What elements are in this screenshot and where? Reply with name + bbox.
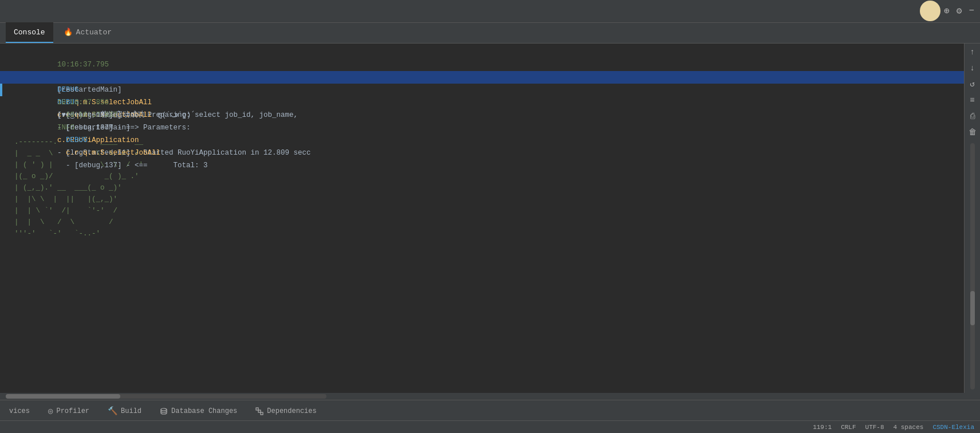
- tabs-bar: Console 🔥 Actuator: [0, 23, 980, 44]
- log-time-3: 10:16:37.837: [66, 111, 122, 119]
- log-level-3: DEBUG: [66, 136, 92, 144]
- svg-rect-2: [258, 410, 261, 412]
- log-time-1: 10:16:37.795: [57, 61, 113, 69]
- log-msg-3: - [debug,137] - <== Total: 3: [66, 162, 208, 170]
- log-line-2[interactable]: 10:16:37.796 [restartedMain] DEBUG c.r.q…: [0, 58, 964, 71]
- right-toolbar: ↑ ↓ ↺ ≡ ⎙ 🗑: [964, 44, 980, 393]
- log-lines: 10:16:37.795 [restartedMain] DEBUG c.r.q…: [0, 44, 964, 244]
- horizontal-scrollbar: [0, 393, 980, 400]
- h-scrollbar-track[interactable]: [6, 394, 326, 399]
- log-line-1[interactable]: 10:16:37.795 [restartedMain] DEBUG c.r.q…: [0, 46, 964, 58]
- tab-console[interactable]: Console: [6, 22, 53, 43]
- bottom-tab-build[interactable]: 🔨 Build: [99, 400, 151, 421]
- svg-rect-3: [261, 412, 263, 415]
- clear-button[interactable]: 🗑: [966, 126, 979, 139]
- bottom-tabs: vices ◎ Profiler 🔨 Build Database Change…: [0, 400, 980, 420]
- status-indent[interactable]: 4 spaces: [894, 424, 924, 431]
- add-tab-icon[interactable]: ⊕: [944, 5, 950, 17]
- main-area: 10:16:37.795 [restartedMain] DEBUG c.r.q…: [0, 44, 980, 393]
- bottom-tab-dependencies[interactable]: Dependencies: [246, 400, 325, 421]
- status-position[interactable]: 119:1: [813, 424, 832, 431]
- tab-actuator[interactable]: 🔥 Actuator: [56, 22, 120, 43]
- log-thread-2: [restartedMain]: [57, 86, 126, 94]
- log-line-3[interactable]: 10:16:37.837 [restartedMain] DEBUG c.r.q…: [0, 71, 964, 84]
- status-bar: 119:1 CRLF UTF-8 4 spaces CSDN-Elexia: [0, 420, 980, 433]
- database-changes-icon: [160, 407, 168, 416]
- soft-wrap-button[interactable]: ↺: [966, 78, 979, 90]
- h-scrollbar-thumb[interactable]: [6, 394, 120, 399]
- build-icon: 🔨: [108, 406, 117, 416]
- top-bar-icons: ⊕ ⚙ −: [944, 5, 974, 17]
- tab-console-label: Console: [14, 28, 45, 37]
- app-container: ⊕ ⚙ − Console 🔥 Actuator 10:16:37.795 [r…: [0, 0, 980, 433]
- bottom-tab-profiler-label: Profiler: [56, 407, 89, 415]
- profiler-icon: ◎: [48, 406, 53, 416]
- log-line-4[interactable]: 10:16:37.856 [restartedMain] INFO c.rRuo…: [0, 84, 964, 96]
- svg-rect-1: [256, 408, 258, 410]
- print-button[interactable]: ⎙: [966, 110, 979, 123]
- avatar: [920, 1, 940, 21]
- actuator-icon: 🔥: [64, 27, 73, 37]
- log-thread-3: [restartedMain]: [66, 124, 135, 132]
- bottom-tab-vices-label: vices: [9, 407, 30, 415]
- log-class-3: c.r.q.m.S.selectJobAll: [66, 149, 165, 157]
- bottom-tab-dependencies-label: Dependencies: [267, 407, 316, 415]
- selected-indicator: [0, 84, 2, 96]
- bottom-tab-database-changes[interactable]: Database Changes: [151, 400, 246, 421]
- bottom-tab-profiler[interactable]: ◎ Profiler: [39, 400, 99, 421]
- filter-button[interactable]: ≡: [966, 94, 979, 107]
- status-encoding[interactable]: UTF-8: [865, 424, 884, 431]
- vertical-scrollbar-track[interactable]: [970, 143, 975, 390]
- vertical-scrollbar-thumb[interactable]: [970, 291, 975, 325]
- top-bar: ⊕ ⚙ −: [0, 0, 980, 23]
- bottom-tab-build-label: Build: [121, 407, 141, 415]
- svg-point-0: [161, 408, 167, 411]
- status-line-ending[interactable]: CRLF: [841, 424, 856, 431]
- tab-actuator-label: Actuator: [76, 28, 112, 37]
- console-output: 10:16:37.795 [restartedMain] DEBUG c.r.q…: [0, 44, 964, 393]
- settings-icon[interactable]: ⚙: [957, 5, 962, 17]
- dependencies-icon: [255, 407, 263, 416]
- minimize-icon[interactable]: −: [969, 6, 974, 16]
- bottom-tab-database-changes-label: Database Changes: [171, 407, 237, 415]
- status-extra: CSDN-Elexia: [932, 424, 974, 431]
- bottom-tab-vices[interactable]: vices: [0, 400, 39, 421]
- log-section: 10:16:37.795 [restartedMain] DEBUG c.r.q…: [0, 44, 980, 393]
- scroll-down-button[interactable]: ↓: [966, 62, 979, 74]
- scroll-up-button[interactable]: ↑: [966, 46, 979, 58]
- log-time-4: 10:16:37.856: [57, 99, 113, 107]
